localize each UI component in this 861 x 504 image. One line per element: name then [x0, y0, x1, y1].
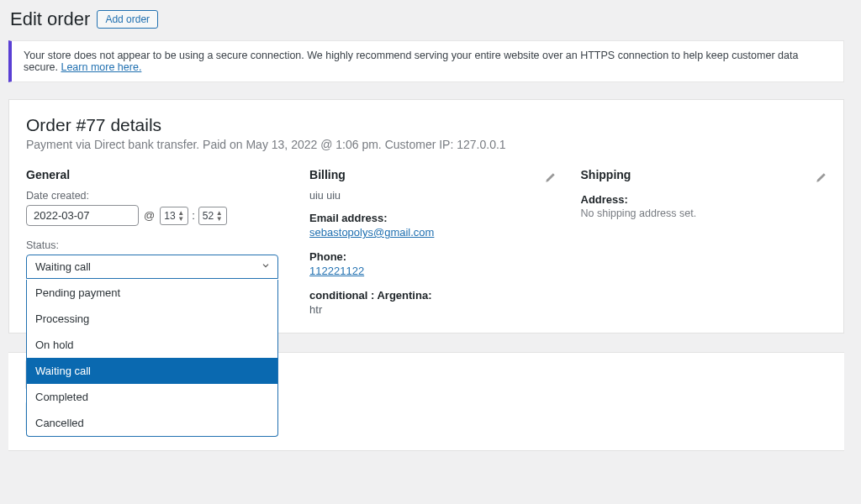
status-selected-value: Waiting call	[35, 260, 91, 273]
billing-conditional-label: conditional : Argentina:	[309, 289, 555, 302]
shipping-column: Shipping Address: No shipping address se…	[581, 168, 827, 316]
billing-heading: Billing	[309, 168, 346, 181]
spinner-arrows-icon[interactable]: ▲▼	[216, 210, 223, 222]
general-heading: General	[26, 168, 284, 181]
status-option-pending[interactable]: Pending payment	[27, 280, 277, 306]
page-title: Edit order	[10, 8, 90, 30]
chevron-down-icon	[261, 260, 271, 273]
https-notice: Your store does not appear to be using a…	[8, 40, 844, 82]
edit-billing-icon[interactable]	[545, 172, 556, 186]
status-select[interactable]: Waiting call	[26, 255, 278, 279]
billing-email-link[interactable]: sebastopolys@gmail.com	[309, 226, 434, 239]
date-created-label: Date created:	[26, 190, 284, 202]
shipping-address-label: Address:	[581, 193, 827, 206]
billing-phone-link[interactable]: 112221122	[309, 265, 364, 277]
order-subtitle: Payment via Direct bank transfer. Paid o…	[26, 138, 827, 151]
billing-phone-label: Phone:	[309, 250, 555, 263]
edit-shipping-icon[interactable]	[816, 172, 827, 186]
billing-name: uiu uiu	[309, 190, 555, 202]
status-option-waitingcall[interactable]: Waiting call	[27, 358, 277, 384]
status-option-onhold[interactable]: On hold	[27, 332, 277, 358]
shipping-heading: Shipping	[581, 168, 631, 181]
minute-input[interactable]: 52 ▲▼	[198, 207, 227, 225]
at-symbol: @	[144, 209, 155, 222]
billing-email-label: Email address:	[309, 212, 555, 224]
status-dropdown: Pending payment Processing On hold Waiti…	[26, 280, 278, 437]
billing-column: Billing uiu uiu Email address: sebastopo…	[309, 168, 555, 316]
shipping-none-text: No shipping address set.	[581, 207, 827, 219]
time-colon: :	[192, 209, 195, 222]
date-created-input[interactable]	[26, 205, 139, 226]
general-column: General Date created: @ 13 ▲▼ : 52 ▲▼ St…	[26, 168, 284, 316]
add-order-button[interactable]: Add order	[97, 10, 158, 29]
status-option-cancelled[interactable]: Cancelled	[27, 410, 277, 436]
status-option-completed[interactable]: Completed	[27, 384, 277, 410]
status-option-processing[interactable]: Processing	[27, 306, 277, 332]
billing-conditional-value: htr	[309, 303, 555, 316]
order-title: Order #77 details	[26, 115, 827, 135]
hour-input[interactable]: 13 ▲▼	[160, 207, 188, 225]
order-details-panel: Order #77 details Payment via Direct ban…	[8, 99, 844, 333]
status-label: Status:	[26, 239, 284, 251]
spinner-arrows-icon[interactable]: ▲▼	[177, 210, 184, 222]
notice-learn-more-link[interactable]: Learn more here.	[61, 61, 141, 73]
